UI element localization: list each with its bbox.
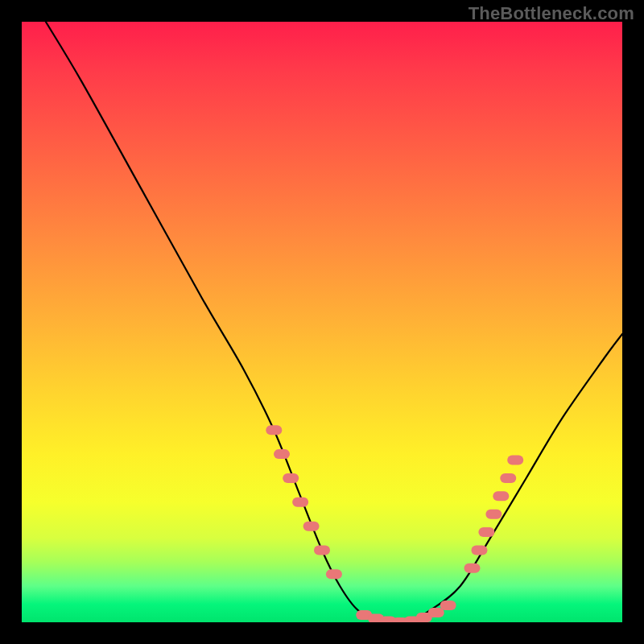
markers-group [270,430,518,622]
plot-area [22,22,622,622]
bottleneck-curve [46,22,622,622]
chart-frame: TheBottleneck.com [0,0,644,644]
watermark-label: TheBottleneck.com [469,3,634,24]
chart-svg [22,22,622,622]
